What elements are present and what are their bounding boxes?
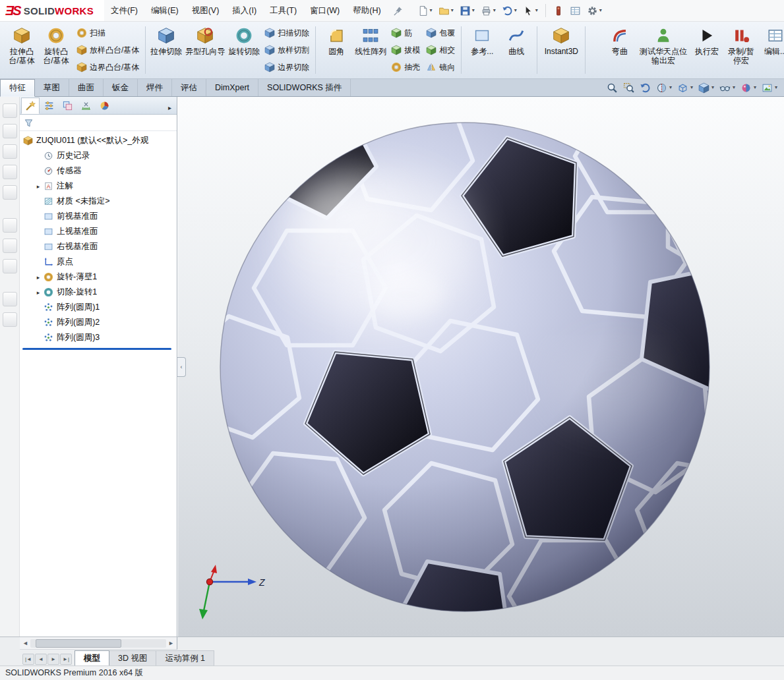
tree-item-sensors[interactable]: 传感器 (20, 163, 177, 179)
ribbon-button-rib[interactable]: 筋 (388, 25, 423, 42)
tree-item-cut-revolve1[interactable]: ▸ 切除-旋转1 (20, 285, 177, 300)
scroll-left-arrow-icon[interactable]: ◄ (22, 640, 28, 646)
collapsed-toolbar-icon[interactable] (3, 239, 17, 253)
ribbon-button-shell[interactable]: 抽壳 (388, 59, 423, 76)
collapsed-toolbar-icon[interactable] (3, 124, 17, 138)
ribbon-button-hole-wizard[interactable]: 异型孔向导 (183, 23, 227, 77)
panel-collapse-handle[interactable]: ‹ (177, 357, 186, 377)
ribbon-button-boundary-boss[interactable]: 边界凸台/基体 (73, 59, 142, 76)
tab-model[interactable]: 模型 (75, 650, 109, 666)
ribbon-button-loft-cut[interactable]: 放样切割 (261, 42, 312, 59)
next-tab-button[interactable]: ► (47, 654, 59, 665)
edit-appearance-button[interactable]: ▾ (740, 82, 756, 94)
expand-arrow-icon[interactable]: ▸ (34, 183, 42, 190)
ribbon-button-sweep[interactable]: 扫描 (73, 25, 142, 42)
collapsed-toolbar-icon[interactable] (3, 185, 17, 200)
tab-sketch[interactable]: 草图 (35, 79, 69, 96)
filter-funnel-icon[interactable] (24, 118, 34, 128)
viewport-3d[interactable]: Z (178, 97, 784, 637)
zoom-area-button[interactable] (623, 82, 634, 94)
previous-view-button[interactable] (640, 82, 651, 94)
collapsed-toolbar-icon[interactable] (3, 165, 17, 179)
undo-button[interactable]: ▾ (499, 2, 520, 19)
apply-scene-button[interactable]: ▾ (762, 82, 777, 94)
tab-propertymanager[interactable] (40, 98, 58, 114)
menu-insert[interactable]: 插入(I) (226, 0, 263, 21)
tab-dimxpert[interactable]: DimXpert (206, 79, 258, 96)
tree-horizontal-scrollbar[interactable]: ◄ ► (20, 637, 177, 650)
menu-help[interactable]: 帮助(H) (346, 0, 387, 21)
tree-item-front-plane[interactable]: 前视基准面 (20, 209, 177, 224)
display-style-button[interactable]: ▾ (698, 82, 714, 94)
tab-evaluate[interactable]: 评估 (172, 79, 206, 96)
expand-arrow-icon[interactable]: ▸ (34, 274, 42, 281)
zoom-fit-button[interactable] (607, 82, 618, 94)
hide-show-items-button[interactable]: ▾ (719, 82, 735, 94)
tree-item-top-plane[interactable]: 上视基准面 (20, 224, 177, 239)
last-tab-button[interactable]: ►| (60, 654, 72, 665)
ribbon-button-intersect[interactable]: 相交 (423, 42, 458, 59)
expand-arrow-icon[interactable]: ▸ (34, 289, 42, 296)
tree-item-material[interactable]: 材质 <未指定> (20, 194, 177, 209)
tab-sheet-metal[interactable]: 钣金 (104, 79, 138, 96)
collapsed-toolbar-icon[interactable] (3, 312, 17, 327)
ribbon-button-fillet[interactable]: 圆角 (319, 23, 353, 77)
collapsed-toolbar-icon[interactable] (3, 259, 17, 273)
tab-configurationmanager[interactable] (58, 98, 76, 114)
menu-tools[interactable]: 工具(T) (263, 0, 303, 21)
menu-view[interactable]: 视图(V) (185, 0, 226, 21)
ribbon-button-loft[interactable]: 放样凸台/基体 (73, 42, 142, 59)
ribbon-button-linear-pattern[interactable]: 线性阵列 (353, 23, 388, 77)
tab-weldments[interactable]: 焊件 (138, 79, 172, 96)
ribbon-button-wrap[interactable]: 包覆 (423, 25, 458, 42)
ribbon-button-revolve-cut[interactable]: 旋转切除 (227, 23, 261, 77)
menu-file[interactable]: 文件(F) (104, 0, 144, 21)
task-pane-button[interactable] (567, 2, 584, 19)
ribbon-button-record-macro[interactable]: 录制/暂停宏 (724, 23, 758, 77)
collapsed-toolbar-icon[interactable] (3, 218, 17, 233)
tree-item-annotations[interactable]: ▸ 注解 (20, 179, 177, 194)
ribbon-button-mirror[interactable]: 镜向 (423, 59, 458, 76)
tab-displaymanager[interactable] (95, 98, 113, 114)
ribbon-button-curves[interactable]: 曲线 (499, 23, 533, 77)
ribbon-button-boundary-cut[interactable]: 边界切除 (261, 59, 312, 76)
scroll-right-arrow-icon[interactable]: ► (168, 640, 174, 646)
ribbon-button-flex[interactable]: 弯曲 (603, 23, 637, 77)
soccer-ball-model[interactable] (178, 97, 784, 637)
section-view-button[interactable]: ▾ (656, 82, 672, 94)
manager-tabs-overflow-button[interactable]: ▸ (168, 104, 175, 114)
tab-3d-views[interactable]: 3D 视图 (109, 650, 156, 666)
first-tab-button[interactable]: |◄ (22, 654, 34, 665)
tab-solidworks-addins[interactable]: SOLIDWORKS 插件 (258, 79, 351, 96)
tree-item-right-plane[interactable]: 右视基准面 (20, 239, 177, 254)
ribbon-button-extrude-cut[interactable]: 拉伸切除 (149, 23, 183, 77)
ribbon-button-revolve-boss[interactable]: 旋转凸台/基体 (39, 23, 73, 77)
pin-menu-button[interactable] (393, 6, 403, 16)
tree-item-circular-pattern3[interactable]: 阵列(圆周)3 (20, 330, 177, 345)
menu-edit[interactable]: 编辑(E) (144, 0, 185, 21)
options-button[interactable]: ▾ (584, 2, 605, 19)
ribbon-button-reference-geometry[interactable]: 参考... (465, 23, 499, 77)
rollback-bar[interactable] (22, 348, 171, 350)
new-document-button[interactable]: ▾ (415, 2, 435, 19)
tab-motion-study-1[interactable]: 运动算例 1 (156, 650, 214, 666)
previous-tab-button[interactable]: ◄ (35, 654, 47, 665)
tab-dimxpertmanager[interactable] (76, 98, 95, 114)
tree-item-part-root[interactable]: ZUQIU011 (默认<<默认>_外观 (20, 133, 177, 148)
ribbon-button-run-macro[interactable]: 执行宏 (690, 23, 724, 77)
tab-surfaces[interactable]: 曲面 (69, 79, 104, 96)
ribbon-button-extrude-boss[interactable]: 拉伸凸台/基体 (5, 23, 39, 77)
scrollbar-thumb[interactable] (36, 639, 121, 648)
print-button[interactable]: ▾ (478, 2, 498, 19)
collapsed-toolbar-icon[interactable] (3, 292, 17, 306)
collapsed-toolbar-icon[interactable] (3, 144, 17, 159)
ribbon-button-draft[interactable]: 拔模 (388, 42, 423, 59)
tree-item-origin[interactable]: 原点 (20, 254, 177, 269)
tree-item-revolve-thin1[interactable]: ▸ 旋转-薄壁1 (20, 269, 177, 285)
ribbon-button-edit-macro[interactable]: 编辑... (758, 23, 784, 77)
tab-features[interactable]: 特征 (0, 79, 35, 97)
ribbon-button-test-macro[interactable]: 测试华天点位输出宏 (637, 23, 690, 77)
menu-window[interactable]: 窗口(W) (303, 0, 346, 21)
collapsed-toolbar-icon[interactable] (3, 103, 17, 118)
save-button[interactable]: ▾ (457, 2, 477, 19)
